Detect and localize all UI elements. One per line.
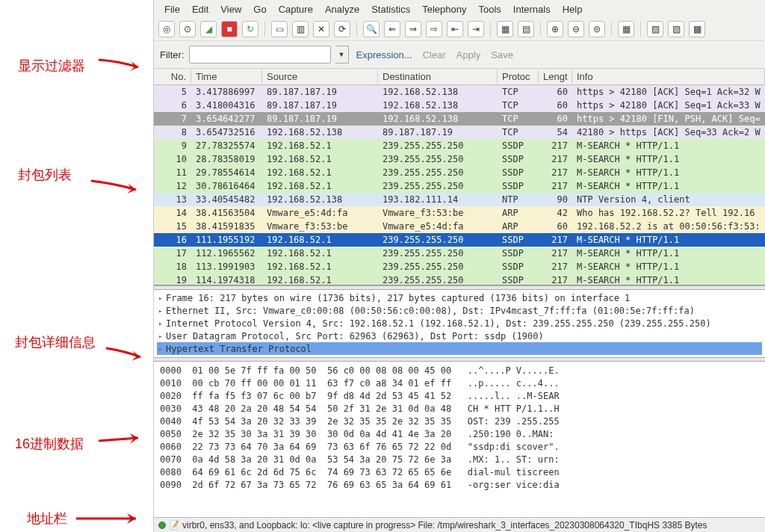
detail-row[interactable]: ▸User Datagram Protocol, Src Port: 62963… [157, 330, 762, 342]
detail-text: Frame 16: 217 bytes on wire (1736 bits),… [166, 293, 630, 303]
col-proto[interactable]: Protoc [498, 69, 539, 84]
coloring-rules-button[interactable]: ▩ [689, 21, 705, 37]
arrow-icon [105, 345, 152, 365]
arrow-icon [75, 510, 149, 528]
menu-view[interactable]: View [214, 4, 247, 15]
find-button[interactable]: 🔍 [363, 21, 380, 37]
interfaces-button[interactable]: ◎ [158, 21, 175, 37]
jump-button[interactable]: ⇨ [426, 21, 442, 37]
annot-status: 地址栏 [27, 510, 67, 528]
table-row[interactable]: 1129.78554614192.168.52.1239.255.255.250… [154, 166, 765, 179]
annot-filter: 显示过滤器 [18, 57, 85, 75]
zoom-in-button[interactable]: ⊕ [547, 21, 563, 37]
filter-input[interactable] [189, 46, 331, 64]
menu-internals[interactable]: Internals [507, 4, 557, 15]
filter-bar: Filter: ▼ Expression... Clear Apply Save [154, 41, 765, 69]
toolbar: ◎ ⊙ ◢ ■ ↻ ▭ ▥ ✕ ⟳ 🔍 ⇐ ⇒ ⇨ ⇤ ⇥ ▦ ▤ ⊕ ⊖ ⊜ … [154, 18, 765, 41]
detail-row[interactable]: ▸Frame 16: 217 bytes on wire (1736 bits)… [157, 291, 762, 304]
display-filters-button[interactable]: ▧ [668, 21, 684, 37]
zoom-out-button[interactable]: ⊖ [568, 21, 584, 37]
col-len[interactable]: Lengt [539, 69, 572, 84]
expand-icon[interactable]: ▸ [158, 294, 166, 302]
next-button[interactable]: ⇒ [405, 21, 421, 37]
table-row[interactable]: 19114.1974318192.168.52.1239.255.255.250… [154, 273, 765, 285]
annot-detail: 封包详细信息 [15, 333, 96, 351]
col-info[interactable]: Info [572, 69, 765, 84]
detail-row[interactable]: ▸Ethernet II, Src: Vmware_c0:00:08 (00:5… [157, 304, 762, 317]
profile-icon: 📝 [169, 520, 179, 530]
menu-tools[interactable]: Tools [472, 4, 507, 15]
status-text: virbr0, ens33, and Loopback: lo: <live c… [182, 520, 707, 531]
expand-icon[interactable]: ▸ [158, 332, 166, 340]
capture-filters-button[interactable]: ▨ [647, 21, 663, 37]
filter-dropdown[interactable]: ▼ [335, 46, 349, 64]
table-row[interactable]: 18113.1991903192.168.52.1239.255.255.250… [154, 260, 765, 273]
table-row[interactable]: 1438.41563504Vmware_e5:4d:faVmware_f3:53… [154, 206, 765, 220]
menu-go[interactable]: Go [247, 4, 272, 15]
col-dest[interactable]: Destination [378, 69, 498, 84]
col-no[interactable]: No. [154, 69, 191, 84]
table-row[interactable]: 1538.41591835Vmware_f3:53:beVmware_e5:4d… [154, 220, 765, 233]
arrow-icon [90, 178, 149, 197]
menu-bar: FileEditViewGoCaptureAnalyzeStatisticsTe… [154, 0, 765, 18]
menu-file[interactable]: File [158, 4, 186, 15]
options-button[interactable]: ⊙ [179, 21, 196, 37]
annot-hex: 16进制数据 [15, 435, 84, 453]
capture-status-icon [158, 522, 166, 529]
packet-list-pane: No. Time Source Destination Protoc Lengt… [154, 69, 765, 285]
restart-button[interactable]: ↻ [242, 21, 258, 37]
close-icon[interactable]: ✕ [313, 21, 329, 37]
save-link[interactable]: Save [491, 49, 513, 61]
expand-icon[interactable]: ▸ [158, 345, 166, 353]
col-source[interactable]: Source [262, 69, 378, 84]
detail-text: Internet Protocol Version 4, Src: 192.16… [166, 318, 711, 329]
last-button[interactable]: ⇥ [468, 21, 484, 37]
start-button[interactable]: ◢ [200, 21, 217, 37]
table-row[interactable]: 53.41788699789.187.187.19192.168.52.138T… [154, 85, 765, 99]
table-row[interactable]: 73.65464227789.187.187.19192.168.52.138T… [154, 112, 765, 126]
col-time[interactable]: Time [191, 69, 262, 84]
menu-telephony[interactable]: Telephony [416, 4, 472, 15]
autoscroll-button[interactable]: ▤ [518, 21, 534, 37]
colorize-button[interactable]: ▦ [497, 21, 513, 37]
detail-row[interactable]: ▸Internet Protocol Version 4, Src: 192.1… [157, 317, 762, 330]
wireshark-app: FileEditViewGoCaptureAnalyzeStatisticsTe… [153, 0, 765, 532]
clear-link[interactable]: Clear [423, 49, 446, 61]
filter-label: Filter: [160, 49, 185, 61]
expression-link[interactable]: Expression... [356, 49, 412, 61]
reload-button[interactable]: ⟳ [334, 21, 350, 37]
menu-edit[interactable]: Edit [186, 4, 214, 15]
save-button[interactable]: ▥ [292, 21, 309, 37]
resize-cols-button[interactable]: ▦ [618, 21, 634, 37]
detail-text: User Datagram Protocol, Src Port: 62963 … [166, 331, 544, 341]
menu-help[interactable]: Help [557, 4, 589, 15]
menu-statistics[interactable]: Statistics [365, 4, 416, 15]
detail-text: Hypertext Transfer Protocol [166, 344, 312, 354]
apply-link[interactable]: Apply [456, 49, 481, 61]
packet-list-body[interactable]: 53.41788699789.187.187.19192.168.52.138T… [154, 85, 765, 285]
table-row[interactable]: 1028.78358019192.168.52.1239.255.255.250… [154, 152, 765, 166]
zoom-reset-button[interactable]: ⊜ [589, 21, 605, 37]
open-button[interactable]: ▭ [271, 21, 288, 37]
detail-row[interactable]: ▸Hypertext Transfer Protocol [157, 342, 762, 355]
table-row[interactable]: 927.78325574192.168.52.1239.255.255.250S… [154, 139, 765, 152]
prev-button[interactable]: ⇐ [384, 21, 400, 37]
arrow-icon [97, 57, 149, 76]
annotation-pane: 显示过滤器 封包列表 封包详细信息 16进制数据 地址栏 [0, 0, 153, 532]
first-button[interactable]: ⇤ [447, 21, 463, 37]
hex-dump-pane[interactable]: 0000 01 00 5e 7f ff fa 00 50 56 c0 00 08… [154, 362, 765, 517]
table-row[interactable]: 1333.40545482192.168.52.138193.182.111.1… [154, 193, 765, 206]
table-row[interactable]: 16111.1955192192.168.52.1239.255.255.250… [154, 233, 765, 247]
expand-icon[interactable]: ▸ [158, 307, 166, 315]
menu-analyze[interactable]: Analyze [319, 4, 365, 15]
expand-icon[interactable]: ▸ [158, 320, 166, 327]
menu-capture[interactable]: Capture [273, 4, 319, 15]
table-row[interactable]: 17112.1965562192.168.52.1239.255.255.250… [154, 247, 765, 260]
status-bar: 📝 virbr0, ens33, and Loopback: lo: <live… [154, 517, 765, 532]
table-row[interactable]: 83.654732516192.168.52.13889.187.187.19T… [154, 126, 765, 139]
table-row[interactable]: 63.41800431689.187.187.19192.168.52.138T… [154, 99, 765, 112]
stop-button[interactable]: ■ [221, 21, 238, 37]
table-row[interactable]: 1230.78616464192.168.52.1239.255.255.250… [154, 179, 765, 193]
packet-detail-pane[interactable]: ▸Frame 16: 217 bytes on wire (1736 bits)… [154, 290, 765, 357]
packet-list-header: No. Time Source Destination Protoc Lengt… [154, 69, 765, 85]
